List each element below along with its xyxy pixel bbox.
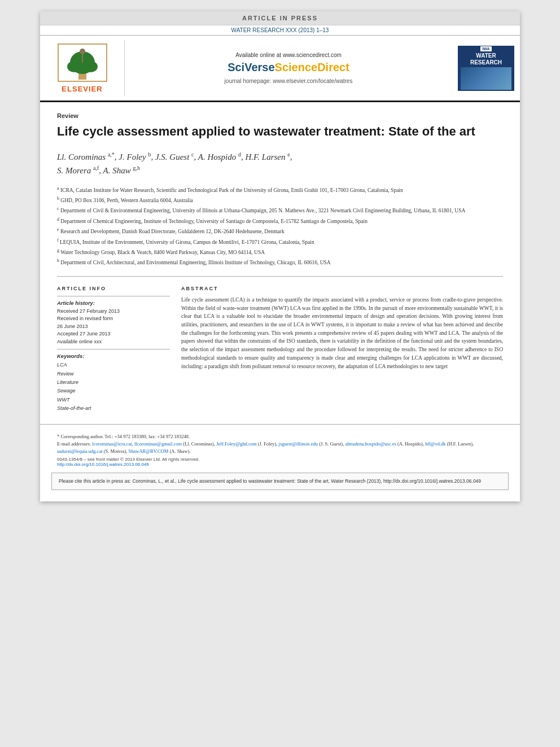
doi-anchor[interactable]: http://dx.doi.org/10.1016/j.watres.2013.… bbox=[57, 462, 149, 467]
available-online-text: Available online at www.sciencedirect.co… bbox=[235, 52, 342, 58]
abstract-text: Life cycle assessment (LCA) is a techniq… bbox=[181, 296, 503, 370]
revised-date: 26 June 2013 bbox=[57, 323, 170, 331]
svg-point-3 bbox=[84, 61, 98, 72]
email-llcorominas[interactable]: llcorominas@gmail.com bbox=[134, 441, 182, 447]
email-addresses: E-mail addresses: lcorominas@icra.cat, l… bbox=[57, 440, 503, 455]
author-guest: J.S. Guest c bbox=[155, 152, 194, 161]
author-morera: S. Morera a,f bbox=[57, 166, 99, 175]
water-research-title: WATERRESEARCH bbox=[470, 53, 502, 66]
affil-f: f LEQUIA, Institute of the Environment, … bbox=[57, 237, 503, 246]
available-online: Available online xxx bbox=[57, 338, 170, 346]
keyword-literature: Literature bbox=[57, 378, 170, 387]
corresponding-author-note: * Corresponding author. Tel.: +34 972 18… bbox=[57, 433, 503, 440]
affiliations: a ICRA, Catalan Institute for Water Rese… bbox=[57, 185, 503, 267]
sciencedirect-text: ScienceDirect bbox=[275, 61, 349, 73]
keyword-state-of-art: State-of-the-art bbox=[57, 404, 170, 413]
affil-d: d Department of Chemical Engineering, In… bbox=[57, 216, 503, 225]
sciverse-sciencedirect-title: SciVerseScienceDirect bbox=[228, 61, 349, 74]
email-lcorominas[interactable]: lcorominas@icra.cat bbox=[92, 441, 132, 447]
citation-box: Please cite this article in press as: Co… bbox=[51, 473, 509, 490]
affil-e: e Research and Development, Danish Road … bbox=[57, 226, 503, 235]
keyword-review: Review bbox=[57, 370, 170, 378]
svg-point-5 bbox=[80, 49, 85, 54]
doi-link[interactable]: http://dx.doi.org/10.1016/j.watres.2013.… bbox=[57, 462, 503, 467]
footer-area: * Corresponding author. Tel.: +34 972 18… bbox=[40, 424, 520, 467]
affil-c: c Department of Civil & Environmental En… bbox=[57, 206, 503, 215]
journal-center: Available online at www.sciencedirect.co… bbox=[125, 40, 452, 96]
journal-header-line: WATER RESEARCH XXX (2013) 1–13 bbox=[40, 25, 520, 36]
top-header: ELSEVIER Available online at www.science… bbox=[40, 36, 520, 102]
copyright-text: 0043-1354/$ – see front matter © 2013 El… bbox=[57, 457, 503, 462]
abstract-heading: ABSTRACT bbox=[181, 286, 503, 291]
email-morera[interactable]: sadurni@lequia.udg.cat bbox=[57, 448, 103, 454]
keyword-lca: LCA bbox=[57, 361, 170, 369]
email-label: E-mail addresses: bbox=[57, 441, 92, 447]
received-revised-label: Received in revised form bbox=[57, 315, 170, 323]
authors-line: Ll. Corominas a,*, J. Foley b, J.S. Gues… bbox=[57, 150, 503, 177]
article-title: Life cycle assessment applied to wastewa… bbox=[57, 124, 503, 140]
email-larsen[interactable]: hfl@vd.dk bbox=[425, 441, 445, 447]
author-hospido: A. Hospido d bbox=[198, 152, 241, 161]
email-foley[interactable]: Jeff.Foley@ghd.com bbox=[216, 441, 256, 447]
keyword-sewage: Sewage bbox=[57, 387, 170, 395]
article-in-press-banner: ARTICLE IN PRESS bbox=[40, 11, 520, 25]
history-heading: Article history: bbox=[57, 300, 170, 306]
two-col-section: ARTICLE INFO Article history: Received 2… bbox=[57, 286, 503, 413]
elsevier-logo: ELSEVIER bbox=[40, 40, 125, 96]
author-corominas: Ll. Corominas a,* bbox=[57, 152, 115, 161]
affil-h: h Department of Civil, Architectural, an… bbox=[57, 257, 503, 267]
author-larsen: H.F. Larsen e bbox=[246, 152, 290, 161]
email-guest[interactable]: jsguest@illinois.edu bbox=[279, 441, 318, 447]
email-hospido[interactable]: almudena.hospido@usc.es bbox=[345, 441, 396, 447]
abstract-col: ABSTRACT Life cycle assessment (LCA) is … bbox=[181, 286, 503, 413]
wr-image bbox=[461, 67, 511, 90]
received-date: Received 27 February 2013 bbox=[57, 308, 170, 316]
info-mid-divider bbox=[57, 349, 170, 350]
article-in-press-text: ARTICLE IN PRESS bbox=[242, 15, 318, 21]
affil-b: b GHD, PO Box 3106, Perth, Western Austr… bbox=[57, 195, 503, 204]
section-type-label: Review bbox=[57, 112, 503, 119]
author-shaw: A. Shaw g,h bbox=[103, 166, 140, 175]
article-info-col: ARTICLE INFO Article history: Received 2… bbox=[57, 286, 170, 413]
citation-text: Please cite this article in press as: Co… bbox=[59, 478, 501, 485]
elsevier-tree-icon bbox=[57, 43, 108, 82]
wr-badge: IWA WATERRESEARCH bbox=[458, 46, 514, 91]
info-top-divider bbox=[57, 296, 170, 296]
keywords-heading: Keywords: bbox=[57, 353, 170, 359]
journal-homepage-text: journal homepage: www.elsevier.com/locat… bbox=[225, 78, 353, 84]
water-research-logo: IWA WATERRESEARCH bbox=[452, 40, 520, 96]
journal-line-text: WATER RESEARCH XXX (2013) 1–13 bbox=[231, 27, 329, 33]
svg-point-2 bbox=[67, 61, 81, 72]
affil-a: a ICRA, Catalan Institute for Water Rese… bbox=[57, 185, 503, 194]
email-shaw[interactable]: ShawAR@BV.COM bbox=[129, 448, 169, 454]
section-divider bbox=[57, 276, 503, 277]
iwa-label: IWA bbox=[480, 46, 491, 51]
author-foley: J. Foley b bbox=[119, 152, 151, 161]
article-body: Review Life cycle assessment applied to … bbox=[40, 112, 520, 413]
keywords-list: LCA Review Literature Sewage WWT State-o… bbox=[57, 361, 170, 413]
accepted-date: Accepted 27 June 2013 bbox=[57, 330, 170, 338]
page: ARTICLE IN PRESS WATER RESEARCH XXX (201… bbox=[40, 11, 520, 501]
sciverse-text: SciVerse bbox=[228, 61, 274, 73]
elsevier-wordmark: ELSEVIER bbox=[62, 85, 102, 93]
keyword-wwt: WWT bbox=[57, 396, 170, 404]
article-info-heading: ARTICLE INFO bbox=[57, 286, 170, 291]
affil-g: g Water Technology Group, Black & Veatch… bbox=[57, 247, 503, 256]
